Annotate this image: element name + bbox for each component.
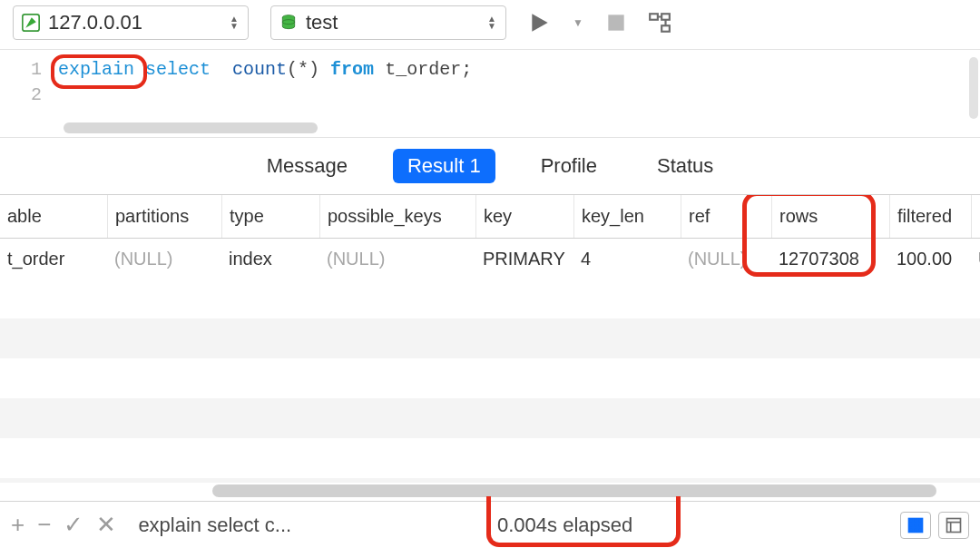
- column-header[interactable]: partitions: [107, 195, 221, 238]
- column-header[interactable]: rows: [771, 195, 889, 238]
- apply-changes-icon[interactable]: ✓: [64, 511, 83, 539]
- line-number: 1: [0, 59, 42, 84]
- svg-rect-8: [947, 518, 961, 532]
- table-row[interactable]: t_order (NULL) index (NULL) PRIMARY 4 (N…: [0, 239, 980, 279]
- results-header: able partitions type possible_keys key k…: [0, 195, 980, 239]
- cell: 4: [573, 239, 681, 279]
- column-header[interactable]: key_len: [573, 195, 681, 238]
- discard-changes-icon[interactable]: ✕: [96, 511, 116, 539]
- empty-rows: [0, 279, 980, 483]
- column-header[interactable]: type: [221, 195, 319, 238]
- line-number: 2: [0, 84, 42, 110]
- column-header[interactable]: ref: [681, 195, 771, 238]
- column-header[interactable]: able: [0, 195, 107, 238]
- sql-line: explain select count(*) from t_order;: [58, 59, 973, 84]
- grid-view-button[interactable]: [900, 512, 931, 539]
- column-header[interactable]: key: [475, 195, 573, 238]
- elapsed-time: 0.004s elapsed: [497, 514, 632, 537]
- updown-chevron-icon: ▲▼: [230, 15, 239, 30]
- cell: (NULL): [319, 239, 475, 279]
- run-dropdown-icon[interactable]: ▼: [572, 11, 584, 34]
- column-header[interactable]: possible_keys: [319, 195, 475, 238]
- toolbar: 127.0.0.01 ▲▼ test ▲▼ ▼: [0, 0, 980, 49]
- cell: 100.00: [889, 239, 971, 279]
- database-icon: [279, 13, 299, 33]
- query-preview: explain select c...: [138, 514, 291, 537]
- column-header[interactable]: Ext: [971, 195, 980, 238]
- database-dropdown[interactable]: test ▲▼: [270, 5, 506, 40]
- explain-plan-icon[interactable]: [648, 11, 671, 34]
- cell: (NULL): [107, 239, 221, 279]
- database-label: test: [306, 11, 338, 34]
- sql-editor[interactable]: 1 2 explain select count(*) from t_order…: [0, 49, 980, 138]
- remove-record-icon[interactable]: −: [37, 511, 51, 539]
- cell: (NULL): [681, 239, 771, 279]
- status-bar: + − ✓ ✕ explain select c... 0.004s elaps…: [0, 501, 980, 548]
- svg-rect-4: [650, 14, 658, 20]
- results-horizontal-scrollbar[interactable]: [13, 484, 967, 497]
- connection-label: 127.0.0.01: [48, 11, 142, 34]
- svg-rect-3: [608, 15, 623, 30]
- cell: index: [221, 239, 319, 279]
- results-body: t_order (NULL) index (NULL) PRIMARY 4 (N…: [0, 239, 980, 279]
- cell: 12707308: [771, 239, 889, 279]
- column-header[interactable]: filtered: [889, 195, 971, 238]
- result-tabs: Message Result 1 Profile Status: [0, 138, 980, 194]
- run-button[interactable]: [528, 11, 552, 34]
- cell: Us: [971, 239, 980, 279]
- editor-horizontal-scrollbar[interactable]: [64, 122, 318, 133]
- stop-button: [604, 11, 628, 34]
- svg-rect-6: [662, 25, 670, 32]
- cell: PRIMARY: [475, 239, 573, 279]
- record-controls: + − ✓ ✕: [11, 511, 116, 539]
- connection-dropdown[interactable]: 127.0.0.01 ▲▼: [13, 5, 249, 40]
- tab-result[interactable]: Result 1: [393, 149, 495, 183]
- form-view-button[interactable]: [938, 512, 969, 539]
- connection-icon: [21, 13, 41, 33]
- tab-message[interactable]: Message: [252, 149, 362, 183]
- line-gutter: 1 2: [0, 55, 51, 132]
- svg-rect-7: [909, 518, 923, 532]
- results-grid: able partitions type possible_keys key k…: [0, 194, 980, 501]
- svg-rect-5: [662, 14, 670, 20]
- tab-profile[interactable]: Profile: [526, 149, 612, 183]
- cell: t_order: [0, 239, 107, 279]
- tab-status[interactable]: Status: [642, 149, 728, 183]
- editor-vertical-scrollbar[interactable]: [969, 57, 978, 119]
- add-record-icon[interactable]: +: [11, 511, 24, 539]
- updown-chevron-icon: ▲▼: [487, 15, 496, 30]
